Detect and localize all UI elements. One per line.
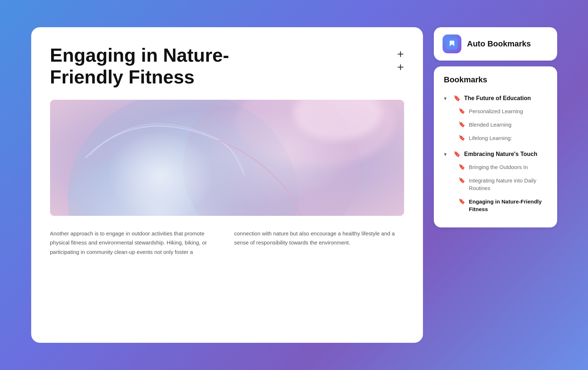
bookmark-icon-embracing-nature: 🔖 <box>453 151 461 157</box>
auto-bookmarks-card: Auto Bookmarks <box>434 27 557 61</box>
bookmark-children-future-education: 🔖 Personalized Learning 🔖 Blended Learni… <box>444 104 547 145</box>
bookmark-icon: 🔖 <box>459 177 465 184</box>
bookmark-group-header-future-education[interactable]: ▾ 🔖 The Future of Education <box>444 92 547 104</box>
list-item[interactable]: 🔖 Blended Learning <box>459 118 547 131</box>
bookmark-item-label: Personalized Learning <box>469 107 523 115</box>
hero-image <box>50 100 404 216</box>
list-item[interactable]: 🔖 Integrating Nature into Daily Routines <box>459 174 547 195</box>
chevron-down-icon: ▾ <box>444 95 450 101</box>
bookmark-icon-future-education: 🔖 <box>453 95 461 102</box>
sidebar: Auto Bookmarks Bookmarks ▾ 🔖 The Future … <box>434 27 557 227</box>
list-item[interactable]: 🔖 Lifelong Learning: <box>459 131 547 145</box>
bookmark-item-label: Bringing the Outdoors In <box>469 163 528 171</box>
bookmark-group-label-future-education: The Future of Education <box>464 95 531 102</box>
main-card-header: Engaging in Nature-Friendly Fitness + + <box>50 45 404 88</box>
bookmark-icon: 🔖 <box>459 164 465 170</box>
app-container: Engaging in Nature-Friendly Fitness + + <box>31 27 557 343</box>
main-card: Engaging in Nature-Friendly Fitness + + <box>31 27 423 343</box>
bookmark-item-label: Blended Learning <box>469 121 512 128</box>
app-icon <box>443 34 461 53</box>
svg-point-5 <box>107 131 214 215</box>
list-item[interactable]: 🔖 Bringing the Outdoors In <box>459 160 547 174</box>
main-text-left: Another approach is to engage in outdoor… <box>50 229 220 257</box>
bookmark-icon: 🔖 <box>459 121 465 128</box>
plus-icon-1[interactable]: + <box>397 48 404 60</box>
bookmark-group-label-embracing-nature: Embracing Nature's Touch <box>464 151 538 157</box>
list-item[interactable]: 🔖 Engaging in Nature-Friendly Fitness <box>459 195 547 216</box>
bookmark-children-embracing-nature: 🔖 Bringing the Outdoors In 🔖 Integrating… <box>444 160 547 216</box>
auto-bookmarks-title: Auto Bookmarks <box>467 39 531 49</box>
bookmark-group-header-embracing-nature[interactable]: ▾ 🔖 Embracing Nature's Touch <box>444 148 547 160</box>
bookmark-icon: 🔖 <box>459 198 465 205</box>
plus-icons-group: + + <box>397 48 404 73</box>
main-text-right: connection with nature but also encourag… <box>234 229 404 257</box>
bookmark-group-embracing-nature: ▾ 🔖 Embracing Nature's Touch 🔖 Bringing … <box>444 148 547 216</box>
bookmark-item-label-active: Engaging in Nature-Friendly Fitness <box>469 198 547 213</box>
main-text-columns: Another approach is to engage in outdoor… <box>50 229 404 257</box>
bookmarks-heading: Bookmarks <box>444 75 547 85</box>
bookmark-item-label: Integrating Nature into Daily Routines <box>469 177 547 192</box>
bookmark-group-future-education: ▾ 🔖 The Future of Education 🔖 Personaliz… <box>444 92 547 145</box>
bookmark-icon: 🔖 <box>459 108 465 114</box>
bookmarks-panel: Bookmarks ▾ 🔖 The Future of Education 🔖 … <box>434 66 557 227</box>
plus-icon-2[interactable]: + <box>397 61 404 73</box>
chevron-down-icon: ▾ <box>444 151 450 157</box>
list-item[interactable]: 🔖 Personalized Learning <box>459 104 547 118</box>
bookmark-item-label: Lifelong Learning: <box>469 134 512 142</box>
bookmark-icon: 🔖 <box>459 135 465 141</box>
page-title: Engaging in Nature-Friendly Fitness <box>50 45 297 88</box>
